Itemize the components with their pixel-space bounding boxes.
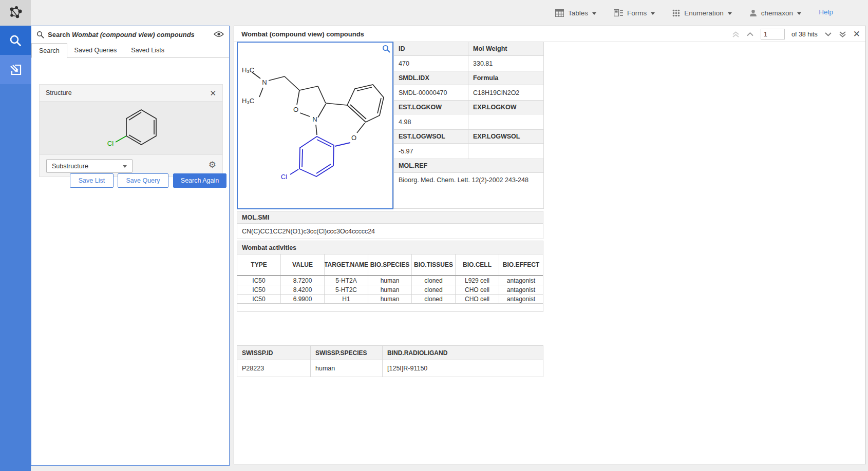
table-cell: 5-HT2A	[325, 276, 368, 285]
field-value[interactable]: SMDL-00000470	[394, 85, 468, 101]
sidebar-item-search[interactable]	[0, 26, 31, 55]
pager: of 38 hits ✕	[732, 26, 860, 42]
field-value[interactable]: Bioorg. Med. Chem. Lett. 12(2)-2002 243-…	[394, 173, 544, 209]
chevron-up-icon	[746, 32, 754, 36]
column-header[interactable]: BIO.SPECIES	[368, 254, 412, 275]
help-link[interactable]: Help	[819, 8, 833, 16]
column-header[interactable]: TARGET.NAME	[325, 254, 368, 275]
atom-label: H₃C	[242, 97, 254, 105]
table-cell: H1	[325, 295, 368, 303]
search-panel-title: Search Wombat (compound view) compounds	[48, 31, 195, 38]
table-cell: human	[368, 285, 412, 294]
enumeration-icon	[672, 9, 680, 17]
column-header[interactable]: SWISSP.SPECIES	[311, 346, 383, 360]
menu-forms[interactable]: Forms	[614, 9, 655, 17]
save-query-button[interactable]: Save Query	[118, 173, 168, 188]
first-record-button[interactable]	[732, 31, 740, 38]
table-row[interactable]: IC50 8.7200 5-HT2A human cloned L929 cel…	[237, 276, 543, 285]
search-icon	[36, 31, 44, 38]
field-value[interactable]: 4.98	[394, 114, 468, 130]
search-again-button[interactable]: Search Again	[173, 173, 227, 188]
table-row[interactable]: IC50 8.4200 5-HT2C human cloned CHO cell…	[237, 285, 543, 295]
menu-enumeration[interactable]: Enumeration	[672, 9, 732, 17]
next-record-button[interactable]	[824, 32, 832, 36]
atom-label: N	[262, 78, 267, 86]
table-cell: cloned	[412, 295, 456, 303]
chevron-down-icon	[824, 32, 832, 36]
results-titlebar: Wombat (compound view) compounds of 38 h…	[234, 26, 865, 42]
structure-card-title: Structure	[46, 89, 72, 96]
activities-title: Wombat activities	[237, 241, 543, 254]
field-label: Mol Weight	[468, 42, 544, 56]
search-icon	[9, 34, 22, 47]
eye-icon[interactable]	[214, 30, 224, 38]
swissprot-table: SWISSP.ID SWISSP.SPECIES BIND.RADIOLIGAN…	[237, 345, 543, 377]
query-structure-drawing: Cl	[40, 102, 222, 153]
gear-icon[interactable]: ⚙	[209, 161, 216, 169]
atom-label: O	[351, 134, 356, 142]
results-title: Wombat (compound view) compounds	[241, 30, 364, 38]
menu-tables-label: Tables	[568, 9, 588, 17]
field-value[interactable]: CN(C)CC1CC2N(O1)c3cc(Cl)ccc3Oc4ccccc24	[237, 223, 543, 239]
column-header[interactable]: SWISSP.ID	[237, 346, 311, 360]
table-cell: CHO cell	[456, 295, 499, 303]
field-value[interactable]: 330.81	[468, 56, 544, 71]
table-cell: 6.9900	[281, 295, 325, 303]
table-cell: IC50	[237, 295, 281, 303]
table-cell: 8.4200	[281, 285, 325, 294]
tab-saved-lists[interactable]: Saved Lists	[124, 43, 172, 57]
structure-cell[interactable]: H₃C H₃C N O N O Cl	[237, 42, 393, 209]
user-icon	[749, 9, 757, 17]
chevron-down-icon	[797, 12, 801, 15]
export-icon	[9, 63, 22, 76]
field-value[interactable]: 470	[394, 56, 468, 71]
sidebar-item-export[interactable]	[0, 55, 31, 84]
top-menu-bar: Tables Forms	[555, 0, 801, 26]
field-value[interactable]	[468, 144, 544, 159]
chevron-down-icon	[592, 12, 596, 15]
table-cell: human	[368, 276, 412, 285]
column-header[interactable]: VALUE	[281, 254, 325, 275]
query-cl-label: Cl	[107, 140, 114, 147]
tab-saved-queries[interactable]: Saved Queries	[67, 43, 124, 57]
last-record-button[interactable]	[839, 31, 846, 38]
table-row[interactable]: IC50 6.9900 H1 human cloned CHO cell ant…	[237, 295, 543, 304]
field-label: Formula	[468, 71, 544, 85]
structure-query-canvas[interactable]: Cl	[40, 102, 222, 154]
app-logo[interactable]	[0, 0, 31, 26]
record-number-input[interactable]	[761, 29, 785, 40]
swissprot-header-row: SWISSP.ID SWISSP.SPECIES BIND.RADIOLIGAN…	[237, 346, 543, 360]
menu-user[interactable]: chemaxon	[749, 9, 801, 17]
column-header[interactable]: BIO.TISSUES	[412, 254, 456, 275]
previous-record-button[interactable]	[746, 32, 754, 36]
app-root: Tables Forms	[0, 0, 868, 471]
search-panel-buttons: Save List Save Query Search Again	[31, 173, 229, 188]
field-value[interactable]	[468, 114, 544, 130]
field-value[interactable]: -5.97	[394, 144, 468, 159]
table-cell: CHO cell	[456, 285, 499, 294]
column-header[interactable]: TYPE	[237, 254, 281, 275]
activities-table: TYPE VALUE TARGET.NAME BIO.SPECIES BIO.T…	[237, 254, 543, 312]
molecule-drawing: H₃C H₃C N O N O Cl	[238, 43, 392, 208]
save-list-button[interactable]: Save List	[70, 173, 114, 188]
search-type-select[interactable]: Substructure	[46, 159, 133, 173]
results-panel: Wombat (compound view) compounds of 38 h…	[234, 26, 866, 464]
menu-enumeration-label: Enumeration	[684, 9, 724, 17]
column-header[interactable]: BIO.EFFECT	[499, 254, 543, 275]
atom-label: Cl	[281, 173, 287, 181]
close-icon[interactable]: ✕	[853, 30, 860, 38]
field-value[interactable]: C18H19ClN2O2	[468, 85, 544, 101]
tab-search[interactable]: Search	[31, 43, 67, 58]
sidebar	[0, 26, 31, 471]
column-header[interactable]: BIO.CELL	[456, 254, 499, 275]
structure-card: Structure ✕ Cl Substructure	[39, 84, 223, 177]
menu-tables[interactable]: Tables	[555, 9, 596, 17]
column-header[interactable]: BIND.RADIOLIGAND	[383, 346, 543, 360]
table-row[interactable]: P28223 human [125I]R-91150	[237, 360, 543, 377]
close-icon[interactable]: ✕	[210, 89, 216, 97]
table-empty-space	[237, 304, 543, 311]
magnify-structure-icon[interactable]	[382, 45, 390, 53]
table-cell: human	[368, 295, 412, 303]
table-cell: human	[311, 360, 383, 377]
chevron-double-up-icon	[732, 31, 740, 38]
